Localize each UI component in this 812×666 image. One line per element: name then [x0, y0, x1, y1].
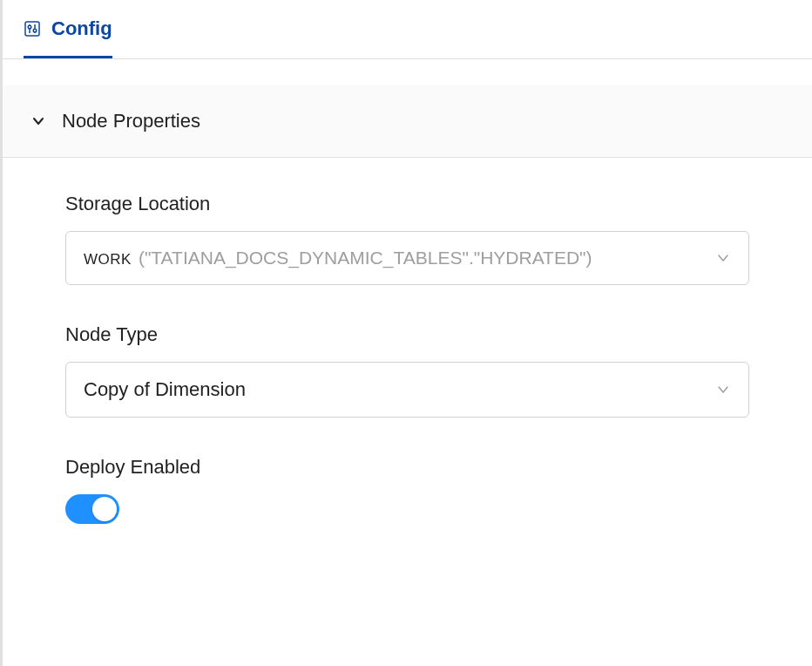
chevron-down-icon	[715, 382, 731, 398]
storage-location-value: WORK ("TATIANA_DOCS_DYNAMIC_TABLES"."HYD…	[84, 248, 592, 268]
node-type-value: Copy of Dimension	[84, 378, 246, 401]
svg-point-4	[33, 29, 37, 32]
tab-label: Config	[51, 17, 112, 40]
node-type-select[interactable]: Copy of Dimension	[65, 362, 749, 418]
toggle-knob	[92, 497, 117, 521]
deploy-enabled-toggle[interactable]	[65, 494, 119, 524]
field-storage-location: Storage Location WORK ("TATIANA_DOCS_DYN…	[65, 193, 749, 285]
field-deploy-enabled: Deploy Enabled	[65, 456, 749, 524]
storage-location-prefix: WORK	[84, 251, 132, 268]
chevron-down-icon	[715, 250, 731, 266]
storage-location-path: ("TATIANA_DOCS_DYNAMIC_TABLES"."HYDRATED…	[139, 248, 592, 268]
field-node-type: Node Type Copy of Dimension	[65, 323, 749, 418]
storage-location-select[interactable]: WORK ("TATIANA_DOCS_DYNAMIC_TABLES"."HYD…	[65, 231, 749, 285]
deploy-enabled-label: Deploy Enabled	[65, 456, 749, 479]
svg-rect-0	[25, 22, 39, 36]
sliders-icon	[24, 20, 41, 37]
tab-config[interactable]: Config	[24, 17, 112, 58]
section-title: Node Properties	[62, 110, 200, 133]
section-header-node-properties[interactable]: Node Properties	[3, 85, 812, 158]
form-area: Storage Location WORK ("TATIANA_DOCS_DYN…	[3, 158, 812, 524]
tab-bar: Config	[3, 0, 812, 59]
storage-location-label: Storage Location	[65, 193, 749, 215]
node-type-label: Node Type	[65, 323, 749, 346]
chevron-down-icon	[30, 113, 46, 129]
config-panel: Config Node Properties Storage Location …	[0, 0, 812, 666]
node-type-value-wrap: Copy of Dimension	[84, 378, 246, 401]
svg-point-2	[28, 25, 31, 29]
